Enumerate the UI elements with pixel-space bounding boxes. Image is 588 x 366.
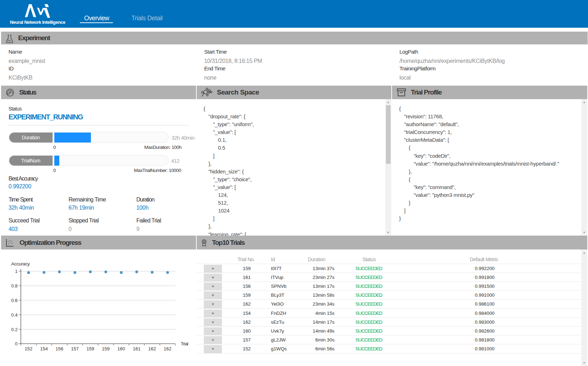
svg-text:Accuracy: Accuracy [11, 261, 30, 267]
svg-text:159: 159 [87, 346, 94, 351]
svg-text:1: 1 [15, 269, 17, 274]
svg-text:157: 157 [71, 346, 79, 351]
svg-text:0.2: 0.2 [11, 327, 17, 332]
svg-text:Trial: Trial [181, 341, 189, 346]
svg-text:0.4: 0.4 [11, 312, 17, 318]
svg-text:161: 161 [133, 346, 141, 351]
svg-text:154: 154 [40, 346, 48, 351]
svg-text:156: 156 [56, 346, 64, 351]
svg-text:162: 162 [148, 346, 156, 351]
svg-text:162: 162 [164, 346, 172, 351]
svg-text:0.8: 0.8 [11, 283, 17, 289]
svg-text:0.6: 0.6 [11, 298, 17, 303]
svg-text:0: 0 [15, 341, 17, 346]
svg-text:152: 152 [25, 346, 33, 351]
svg-text:159: 159 [102, 346, 110, 351]
svg-text:160: 160 [118, 346, 125, 351]
